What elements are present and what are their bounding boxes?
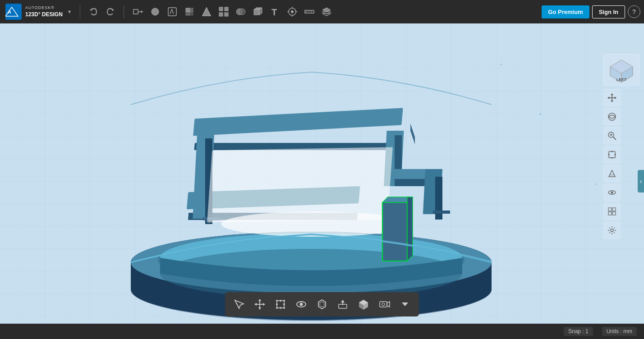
svg-rect-16	[219, 7, 223, 11]
svg-marker-179	[320, 302, 324, 307]
svg-point-177	[300, 303, 303, 306]
fit-view-button[interactable]	[603, 146, 621, 163]
view-controls-panel: LEFT	[603, 54, 639, 239]
tools-group: T	[129, 4, 335, 20]
redo-button[interactable]	[103, 5, 117, 19]
svg-marker-7	[141, 10, 143, 13]
text-tool-button[interactable]: T	[267, 4, 283, 20]
svg-rect-167	[277, 301, 284, 308]
svg-point-174	[276, 303, 278, 305]
view-cube[interactable]: LEFT	[603, 54, 639, 86]
svg-rect-17	[225, 7, 228, 11]
svg-rect-146	[609, 151, 615, 158]
svg-marker-15	[202, 8, 211, 16]
logo-text: AUTODESK® 123D° DESIGN	[25, 5, 63, 18]
svg-rect-155	[608, 208, 612, 211]
svg-text:+: +	[500, 62, 502, 67]
viewport[interactable]: + + +	[0, 23, 644, 339]
svg-point-173	[280, 307, 281, 309]
svg-point-159	[611, 229, 613, 232]
svg-rect-22	[254, 9, 259, 15]
svg-point-21	[239, 9, 245, 15]
zoom-view-button[interactable]	[603, 127, 621, 144]
snap-tool-button[interactable]	[284, 4, 300, 20]
svg-point-172	[280, 300, 281, 302]
svg-marker-182	[341, 300, 345, 302]
look-view-button[interactable]	[603, 184, 621, 201]
solid-mode-button[interactable]	[354, 295, 373, 314]
pan-view-button[interactable]	[603, 89, 621, 106]
svg-rect-10	[168, 8, 176, 16]
svg-rect-5	[133, 9, 138, 14]
svg-rect-125	[207, 147, 393, 222]
svg-marker-129	[407, 197, 413, 261]
pattern-tool-button[interactable]	[216, 4, 232, 20]
main-toolbar: A AUTODESK® 123D° DESIGN ▾	[0, 0, 644, 23]
svg-point-171	[283, 307, 285, 309]
shell-mode-button[interactable]	[313, 295, 331, 314]
render-button[interactable]	[375, 295, 394, 314]
svg-point-27	[291, 10, 294, 13]
svg-marker-163	[258, 299, 261, 301]
orbit-view-button[interactable]	[603, 108, 621, 125]
more-options-button[interactable]	[396, 295, 414, 314]
construct-tool-button[interactable]	[181, 4, 198, 20]
perspective-view-button[interactable]	[603, 165, 621, 182]
svg-marker-187	[387, 302, 390, 307]
svg-point-169	[283, 300, 285, 302]
svg-marker-140	[615, 96, 616, 99]
snap-indicator[interactable]: Snap : 1	[564, 327, 593, 336]
svg-rect-123	[433, 211, 450, 214]
svg-rect-157	[608, 212, 612, 215]
3d-scene: + + +	[0, 23, 644, 339]
shape-tool-button[interactable]	[250, 4, 266, 20]
logo-dropdown-arrow[interactable]: ▾	[68, 9, 71, 15]
svg-marker-166	[263, 303, 265, 306]
modify-tool-button[interactable]	[198, 4, 215, 20]
svg-text:+: +	[539, 111, 542, 117]
transform-box-button[interactable]	[271, 295, 290, 314]
export-button[interactable]	[333, 295, 352, 314]
measure-tool-button[interactable]	[301, 4, 317, 20]
svg-text:LEFT: LEFT	[616, 78, 627, 82]
svg-rect-156	[612, 208, 616, 211]
move-mode-button[interactable]	[250, 295, 269, 314]
primitives-tool-button[interactable]	[147, 4, 163, 20]
svg-marker-164	[258, 307, 261, 310]
display-settings-button[interactable]	[603, 222, 621, 239]
undo-button[interactable]	[87, 5, 101, 19]
svg-point-154	[611, 192, 613, 194]
svg-marker-189	[402, 302, 408, 306]
svg-rect-18	[219, 13, 223, 16]
svg-point-141	[608, 113, 616, 120]
statusbar: Snap : 1 Units : mm	[0, 324, 644, 339]
toolbar-divider-2	[124, 5, 124, 18]
svg-marker-138	[611, 101, 613, 102]
svg-rect-11	[186, 8, 189, 12]
combine-tool-button[interactable]	[233, 4, 249, 20]
svg-marker-3	[90, 9, 92, 11]
grid-view-button[interactable]	[603, 203, 621, 220]
layers-tool-button[interactable]	[318, 4, 335, 20]
svg-point-175	[283, 303, 285, 305]
svg-rect-126	[382, 202, 407, 261]
select-mode-button[interactable]	[230, 295, 248, 314]
svg-marker-178	[318, 300, 326, 309]
svg-rect-13	[186, 12, 189, 15]
transform-tool-button[interactable]	[130, 4, 146, 20]
go-premium-button[interactable]: Go Premium	[542, 5, 589, 18]
sketch-tool-button[interactable]	[164, 4, 180, 20]
svg-rect-186	[380, 302, 387, 307]
svg-point-168	[276, 300, 278, 302]
visibility-toggle-button[interactable]	[292, 295, 311, 314]
undo-redo-group	[86, 5, 118, 19]
sign-in-button[interactable]: Sign In	[592, 5, 625, 18]
help-button[interactable]: ?	[628, 5, 640, 18]
logo-area[interactable]: A AUTODESK® 123D° DESIGN ▾	[0, 4, 76, 20]
units-indicator[interactable]: Units : mm	[602, 327, 637, 336]
svg-rect-116	[395, 135, 402, 175]
svg-text:+: +	[594, 181, 597, 187]
svg-point-188	[382, 303, 385, 306]
toolbar-divider-1	[80, 5, 80, 18]
svg-rect-158	[612, 212, 616, 215]
